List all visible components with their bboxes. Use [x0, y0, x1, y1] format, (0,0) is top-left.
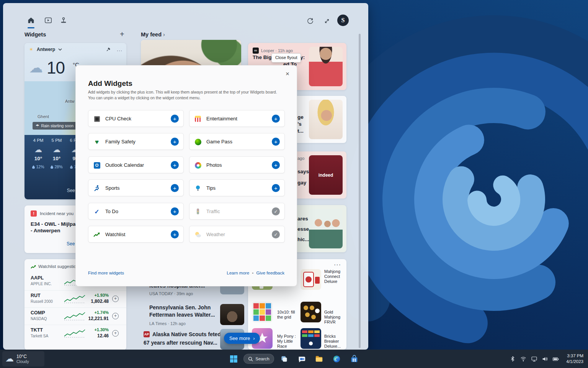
add-widget-button[interactable]: + — [272, 138, 280, 146]
looper-logo: ∞ — [253, 48, 259, 54]
cloud-icon: ☁ — [29, 60, 43, 76]
sun-icon: ☀ — [29, 47, 33, 52]
sparkline — [64, 329, 86, 338]
widget-item-cpu-check: CPU Check + — [88, 110, 184, 127]
search-icon — [248, 356, 253, 361]
pin-icon[interactable] — [106, 47, 111, 52]
taskbar: ☁ 10°C Cloudy Search — [0, 350, 588, 368]
game-tile[interactable] — [301, 328, 321, 349]
watchlist-row[interactable]: TKTT Tarkett SA +1.30% 12.46 + — [24, 325, 126, 342]
board-scrollbar[interactable] — [359, 34, 361, 348]
widget-item-to-do: ✓ To Do + — [88, 203, 184, 220]
screen: S Widgets + My feed › ☀ Antwerp ·· — [0, 0, 588, 368]
add-to-watchlist-button[interactable]: + — [112, 313, 119, 319]
folder-icon — [315, 355, 323, 363]
home-icon — [27, 16, 35, 25]
widget-item-family-safety: ♥ Family Safety + — [88, 133, 184, 150]
watchlist-icon — [31, 264, 36, 269]
edge-browser-button[interactable] — [329, 351, 345, 366]
expand-icon — [323, 17, 331, 25]
umbrella-icon: ☂ — [36, 123, 39, 128]
incident-headline: E34 - OWL - Mijlpaal - Antwerpen — [31, 221, 80, 234]
home-tab[interactable] — [24, 14, 38, 27]
give-feedback-link[interactable]: Give feedback — [256, 271, 284, 275]
photos-icon — [195, 162, 201, 169]
start-button[interactable] — [226, 351, 241, 366]
dialog-footer-links: Learn more • Give feedback — [227, 271, 284, 275]
close-button[interactable]: × — [282, 69, 293, 79]
article-image — [309, 209, 343, 248]
add-widget-button[interactable]: + — [171, 184, 179, 192]
add-widget-button[interactable]: + — [171, 230, 179, 238]
task-view-button[interactable] — [276, 351, 292, 366]
widget-added-indicator: ✓ — [272, 230, 280, 238]
current-temperature: 10 — [47, 58, 65, 77]
to-do-icon: ✓ — [93, 208, 101, 215]
game-thumbnail — [301, 269, 321, 290]
add-widget-button[interactable]: + — [272, 184, 280, 192]
cpu-check-icon — [94, 116, 100, 122]
raindrop-icon — [51, 165, 53, 169]
more-options-icon[interactable]: ··· — [334, 261, 341, 268]
close-flyout-tooltip: Close flyout — [271, 53, 301, 62]
file-explorer-button[interactable] — [312, 351, 327, 366]
account-avatar[interactable]: S — [337, 15, 349, 26]
display-icon[interactable] — [529, 353, 539, 364]
refresh-button[interactable] — [304, 15, 317, 28]
chevron-right-icon: › — [253, 336, 255, 341]
raindrop-icon — [32, 165, 35, 169]
add-to-watchlist-button[interactable]: + — [112, 296, 119, 302]
search-box[interactable]: Search — [243, 354, 274, 364]
volume-icon[interactable] — [540, 353, 549, 364]
task-view-icon — [280, 355, 288, 363]
chat-button[interactable] — [294, 351, 309, 366]
microsoft-store-button[interactable] — [347, 351, 362, 366]
battery-glyph — [552, 356, 559, 362]
clock[interactable]: 3:37 PM 4/1/2023 — [564, 353, 586, 365]
weather-location[interactable]: Antwerp — [37, 47, 55, 52]
more-options-icon[interactable]: ··· — [117, 48, 122, 53]
add-widget-button[interactable]: + — [171, 207, 179, 215]
article-image: indeed — [309, 155, 343, 195]
add-widget-button[interactable]: + — [171, 115, 179, 123]
see-more-button[interactable]: See more › — [224, 333, 260, 344]
my-feed-header[interactable]: My feed › — [141, 31, 165, 38]
add-widget-button[interactable]: + — [272, 161, 280, 169]
bluetooth-icon[interactable] — [508, 353, 517, 364]
game-tile[interactable] — [301, 302, 321, 322]
expand-button[interactable] — [320, 15, 333, 28]
article-image — [220, 304, 244, 325]
game-thumbnail — [301, 328, 321, 349]
add-widget-button[interactable]: + — [272, 115, 280, 123]
add-widget-header-button[interactable]: + — [120, 30, 124, 38]
game-thumbnail — [252, 302, 273, 322]
bluetooth-glyph — [510, 355, 516, 362]
media-tab[interactable] — [42, 14, 55, 27]
wifi-glyph — [520, 356, 526, 362]
battery-icon[interactable] — [551, 353, 560, 364]
add-widget-button[interactable]: + — [171, 138, 179, 146]
watchlist-row[interactable]: RUT Russell 2000 +1.93% 1,802.48 + — [24, 290, 126, 307]
widget-item-watchlist: Watchlist + — [88, 226, 184, 243]
incident-icon: ! — [31, 210, 37, 217]
learn-more-link[interactable]: Learn more — [227, 271, 249, 275]
widget-item-weather: Weather ✓ — [189, 226, 285, 243]
game-tile[interactable] — [301, 269, 321, 290]
find-more-widgets-link[interactable]: Find more widgets — [88, 271, 124, 275]
dialog-title: Add Widgets — [88, 79, 132, 88]
family-safety-icon: ♥ — [93, 138, 101, 146]
add-to-watchlist-button[interactable]: + — [112, 330, 119, 337]
rain-alert-pill: ☂ Rain starting soon — [33, 122, 77, 130]
watchlist-row[interactable]: COMP NASDAQ +1.74% 12,221.91 + — [24, 307, 126, 325]
games-tab[interactable] — [57, 14, 70, 27]
chevron-down-icon[interactable] — [58, 48, 62, 51]
cloud-icon: ☁ — [30, 145, 47, 154]
game-tile[interactable] — [252, 302, 273, 322]
article-image — [309, 100, 343, 139]
tips-icon — [194, 185, 201, 192]
add-widget-button[interactable]: + — [171, 161, 179, 169]
taskbar-center: Search — [0, 350, 588, 368]
refresh-icon — [306, 17, 314, 25]
widget-item-sports: Sports + — [88, 179, 184, 196]
network-icon[interactable] — [519, 353, 528, 364]
